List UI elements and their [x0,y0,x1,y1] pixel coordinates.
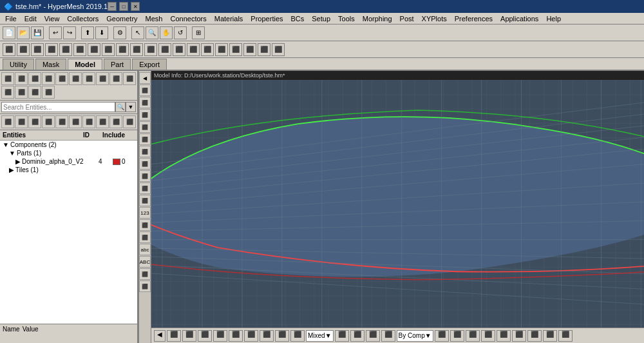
menu-item-edit[interactable]: Edit [21,14,41,23]
vs-btn14[interactable]: ⬛ [139,231,151,243]
bt-btn6[interactable]: ⬛ [229,330,243,342]
menu-item-collectors[interactable]: Collectors [63,14,102,23]
menu-item-post[interactable]: Post [396,14,418,23]
lt-btn14[interactable]: ⬛ [42,86,55,99]
tree-item-components[interactable]: ▼ Components (2) [0,141,137,149]
vs-btn6[interactable]: ⬛ [139,133,151,145]
rotate-button[interactable]: ↺ [174,26,187,39]
tab-export[interactable]: Export [132,59,167,70]
vs-btn9[interactable]: ⬛ [139,170,151,182]
menu-item-preferences[interactable]: Preferences [451,14,497,23]
close-button[interactable]: ✕ [131,2,140,11]
options-button[interactable]: ⚙ [113,26,126,39]
vs-btn18[interactable]: ⬛ [139,280,151,292]
lt-btn10[interactable]: ⬛ [123,72,136,85]
vs-btn15[interactable]: abc [139,244,151,255]
new-button[interactable]: 📄 [3,26,15,39]
menu-item-file[interactable]: File [1,14,21,23]
menu-item-mesh[interactable]: Mesh [142,14,167,23]
search-options-button[interactable]: ▼ [126,102,136,112]
mesh-btn11[interactable]: ⬛ [144,43,157,56]
bycomp-dropdown[interactable]: By Comp ▼ [397,330,433,342]
open-button[interactable]: 📂 [17,26,30,39]
menu-item-setup[interactable]: Setup [308,14,334,23]
zoom-button[interactable]: 🔍 [146,26,158,39]
menu-item-properties[interactable]: Properties [247,14,287,23]
undo-button[interactable]: ↩ [49,26,62,39]
search-input[interactable] [1,102,115,112]
vs-btn10[interactable]: ⬛ [139,182,151,194]
mesh-btn10[interactable]: ⬛ [130,43,143,56]
mesh-btn1[interactable]: ⬛ [3,43,15,56]
bt-btn21[interactable]: ⬛ [527,330,542,342]
mesh-btn3[interactable]: ⬛ [31,43,44,56]
tab-model[interactable]: Model [68,59,102,70]
model-btn7[interactable]: ⬛ [82,115,95,128]
mesh-btn19[interactable]: ⬛ [258,43,270,56]
model-btn10[interactable]: ⬛ [123,115,136,128]
mesh-canvas[interactable] [151,80,644,328]
model-btn2[interactable]: ⬛ [15,115,28,128]
lt-btn9[interactable]: ⬛ [109,72,122,85]
bt-btn3[interactable]: ⬛ [182,330,196,342]
tab-mask[interactable]: Mask [35,59,66,70]
bt-btn15[interactable]: ⬛ [435,330,449,342]
bt-btn18[interactable]: ⬛ [481,330,495,342]
vs-btn16[interactable]: ABC [139,256,151,268]
bt-btn4[interactable]: ⬛ [198,330,212,342]
bt-btn7[interactable]: ⬛ [244,330,258,342]
export-button[interactable]: ⬇ [95,26,108,39]
mesh-btn15[interactable]: ⬛ [201,43,214,56]
tree-item-dominio[interactable]: ▶ Dominio_alpha_0_V2 4 0 [0,157,137,166]
menu-item-xyplots[interactable]: XYPlots [418,14,451,23]
mesh-btn17[interactable]: ⬛ [229,43,242,56]
mesh-btn20[interactable]: ⬛ [272,43,285,56]
minimize-button[interactable]: ─ [108,2,117,11]
lt-btn12[interactable]: ⬛ [15,86,28,99]
tree-item-parts[interactable]: ▼ Parts (1) [0,149,137,157]
mesh-btn13[interactable]: ⬛ [173,43,185,56]
lt-btn3[interactable]: ⬛ [28,72,41,85]
bt-btn20[interactable]: ⬛ [512,330,526,342]
mesh-btn2[interactable]: ⬛ [17,43,30,56]
mesh-btn8[interactable]: ⬛ [102,43,115,56]
mesh-btn7[interactable]: ⬛ [88,43,100,56]
bt-btn5[interactable]: ⬛ [213,330,227,342]
model-btn8[interactable]: ⬛ [96,115,109,128]
bt-btn22[interactable]: ⬛ [543,330,557,342]
bt-btn19[interactable]: ⬛ [497,330,511,342]
vs-btn17[interactable]: ⬛ [139,268,151,280]
bt-btn13[interactable]: ⬛ [366,330,380,342]
lt-btn5[interactable]: ⬛ [55,72,68,85]
model-btn4[interactable]: ⬛ [42,115,55,128]
save-button[interactable]: 💾 [31,26,44,39]
lt-btn1[interactable]: ⬛ [1,72,14,85]
color-swatch[interactable] [113,159,120,165]
mesh-btn16[interactable]: ⬛ [215,43,228,56]
vs-btn2[interactable]: ⬛ [139,84,151,96]
vs-btn12[interactable]: 123 [139,207,151,219]
vs-btn1[interactable]: ◀ [139,72,151,84]
menu-item-bcs[interactable]: BCs [287,14,308,23]
bt-btn14[interactable]: ⬛ [381,330,395,342]
tab-utility[interactable]: Utility [3,59,34,70]
menu-item-morphing[interactable]: Morphing [359,14,396,23]
model-btn6[interactable]: ⬛ [69,115,82,128]
mesh-btn14[interactable]: ⬛ [187,43,200,56]
import-button[interactable]: ⬆ [81,26,94,39]
bt-btn10[interactable]: ⬛ [290,330,305,342]
lt-btn11[interactable]: ⬛ [1,86,14,99]
bt-btn17[interactable]: ⬛ [466,330,480,342]
menu-item-materials[interactable]: Materials [211,14,247,23]
search-button[interactable]: 🔍 [115,102,126,112]
lt-btn13[interactable]: ⬛ [28,86,41,99]
menu-item-connectors[interactable]: Connectors [166,14,210,23]
tree-item-tiles[interactable]: ▶ Tiles (1) [0,166,137,174]
bt-btn9[interactable]: ⬛ [275,330,289,342]
menu-item-tools[interactable]: Tools [334,14,359,23]
lt-btn4[interactable]: ⬛ [42,72,55,85]
lt-btn7[interactable]: ⬛ [82,72,95,85]
bt-btn12[interactable]: ⬛ [350,330,365,342]
mesh-btn12[interactable]: ⬛ [158,43,171,56]
lt-btn6[interactable]: ⬛ [69,72,82,85]
